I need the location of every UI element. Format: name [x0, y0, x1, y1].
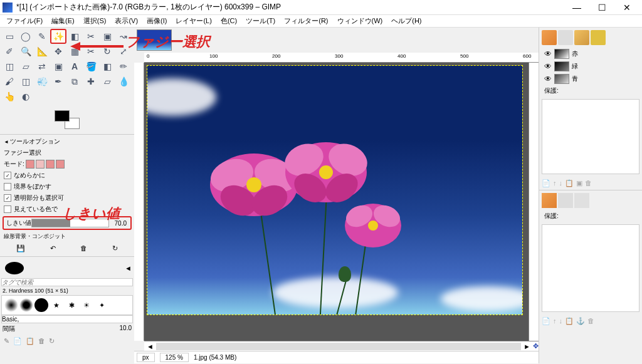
duplicate-channel-icon[interactable]: 📋 — [565, 179, 574, 187]
menu-windows[interactable]: ウィンドウ(W) — [334, 15, 387, 27]
restore-options-icon[interactable]: ↶ — [50, 244, 56, 252]
reset-options-icon[interactable]: ↻ — [112, 244, 118, 252]
blend-tool[interactable]: ◧ — [99, 59, 115, 74]
menu-color[interactable]: 色(C) — [217, 15, 241, 27]
lower-item-icon[interactable]: ↓ — [559, 317, 563, 325]
sample-merged-checkbox[interactable] — [4, 205, 11, 213]
brush-preview[interactable] — [5, 262, 24, 274]
color-picker-tool[interactable]: ✐ — [1, 44, 18, 59]
color-selector[interactable] — [0, 105, 134, 134]
menu-image[interactable]: 画像(I) — [143, 15, 171, 27]
clone-tool[interactable]: ⧉ — [66, 74, 83, 89]
delete-channel-icon[interactable]: 🗑 — [585, 179, 592, 187]
dodge-tool[interactable]: ◐ — [18, 89, 34, 104]
measure-tool[interactable]: 📐 — [34, 44, 50, 59]
zoom-level[interactable]: 125 % — [160, 353, 189, 362]
transparent-checkbox[interactable]: ✓ — [4, 194, 11, 202]
layers-tab[interactable] — [542, 30, 557, 45]
delete-options-icon[interactable]: 🗑 — [80, 244, 87, 252]
duplicate-item-icon[interactable]: 📋 — [565, 317, 574, 325]
tag-search-input[interactable] — [1, 278, 133, 286]
mode-add[interactable] — [36, 160, 45, 169]
menu-filters[interactable]: フィルター(R) — [280, 15, 332, 27]
threshold-slider[interactable] — [31, 219, 109, 227]
mode-intersect[interactable] — [56, 160, 65, 169]
channel-blue[interactable]: 👁 青 — [539, 73, 642, 85]
flip-tool[interactable]: ⇄ — [34, 59, 50, 74]
raise-item-icon[interactable]: ↑ — [553, 317, 557, 325]
smudge-tool[interactable]: 👆 — [1, 89, 18, 104]
channel-green[interactable]: 👁 緑 — [539, 60, 642, 73]
airbrush-tool[interactable]: 💨 — [34, 74, 50, 89]
mode-subtract[interactable] — [46, 160, 55, 169]
threshold-value[interactable]: 70.0 — [109, 220, 128, 227]
fuzzy-select-tool[interactable]: ✨ — [50, 29, 66, 44]
minimize-button[interactable]: — — [564, 1, 589, 14]
move-tool[interactable]: ✥ — [50, 44, 66, 59]
new-item-icon[interactable]: 📄 — [542, 317, 550, 325]
delete-item-icon[interactable]: 🗑 — [587, 317, 594, 325]
pencil-tool[interactable]: ✏ — [115, 59, 132, 74]
anchor-icon[interactable]: ⚓ — [576, 317, 585, 325]
zoom-tool[interactable]: 🔍 — [18, 44, 34, 59]
cage-tool[interactable]: ▣ — [50, 59, 66, 74]
blur-tool[interactable]: 💧 — [115, 74, 132, 89]
free-select-tool[interactable]: ✎ — [34, 29, 50, 44]
transparent-label: 透明部分も選択可 — [14, 194, 64, 202]
image-tab[interactable] — [137, 29, 172, 51]
gradients-tab[interactable] — [574, 193, 589, 208]
menu-edit[interactable]: 編集(E) — [48, 15, 78, 27]
brush-basic-input[interactable] — [1, 315, 133, 323]
text-tool[interactable]: A — [66, 59, 83, 74]
spacing-label: 間隔 — [3, 325, 120, 333]
menu-layer[interactable]: レイヤー(L) — [172, 15, 215, 27]
close-button[interactable]: ✕ — [614, 1, 639, 14]
brushes-tab[interactable] — [542, 193, 557, 208]
spacing-value[interactable]: 10.0 — [120, 325, 132, 333]
menu-help[interactable]: ヘルプ(H) — [387, 15, 425, 27]
ink-tool[interactable]: ✒ — [50, 74, 66, 89]
scrollbar-vertical[interactable] — [529, 63, 539, 341]
new-channel-icon[interactable]: 📄 — [542, 179, 550, 187]
antialiasing-checkbox[interactable]: ✓ — [4, 172, 11, 179]
eye-icon[interactable]: 👁 — [544, 75, 552, 83]
eraser-tool[interactable]: ◫ — [18, 74, 34, 89]
scrollbar-horizontal[interactable]: ◄ ► ✥ — [144, 341, 539, 351]
duplicate-brush-icon[interactable]: 📋 — [26, 337, 34, 345]
eye-icon[interactable]: 👁 — [544, 49, 552, 58]
ellipse-select-tool[interactable]: ◯ — [18, 29, 34, 44]
menu-view[interactable]: 表示(V) — [111, 15, 142, 27]
lower-channel-icon[interactable]: ↓ — [559, 179, 563, 187]
delete-brush-icon[interactable]: 🗑 — [38, 337, 45, 345]
paths-tab[interactable] — [574, 30, 589, 45]
brush-selector[interactable]: ★ ✱ ☀ ✦ — [1, 295, 133, 315]
eye-icon[interactable]: 👁 — [544, 62, 552, 71]
heal-tool[interactable]: ✚ — [83, 74, 99, 89]
feather-checkbox[interactable] — [4, 183, 11, 190]
menu-select[interactable]: 選択(S) — [80, 15, 110, 27]
perspective-tool[interactable]: ▱ — [18, 59, 34, 74]
rect-select-tool[interactable]: ▭ — [1, 29, 18, 44]
refresh-brush-icon[interactable]: ↻ — [49, 337, 55, 345]
menu-tools[interactable]: ツール(T) — [242, 15, 279, 27]
raise-channel-icon[interactable]: ↑ — [553, 179, 557, 187]
canvas[interactable] — [144, 63, 529, 341]
unit-select[interactable]: px — [137, 353, 155, 362]
perspective-clone-tool[interactable]: ▱ — [99, 74, 115, 89]
maximize-button[interactable]: ☐ — [589, 1, 614, 14]
bucket-tool[interactable]: 🪣 — [83, 59, 99, 74]
paintbrush-tool[interactable]: 🖌 — [1, 74, 18, 89]
channel-red[interactable]: 👁 赤 — [539, 48, 642, 60]
patterns-tab[interactable] — [558, 193, 573, 208]
shear-tool[interactable]: ◫ — [1, 59, 18, 74]
mode-replace[interactable] — [26, 160, 34, 169]
fg-color-swatch[interactable] — [55, 110, 70, 122]
channels-tab[interactable] — [558, 30, 573, 45]
save-options-icon[interactable]: 💾 — [16, 244, 25, 252]
to-selection-icon[interactable]: ▣ — [576, 179, 582, 187]
collapse-icon[interactable]: ◄ — [125, 264, 132, 272]
menu-file[interactable]: ファイル(F) — [3, 15, 46, 27]
new-brush-icon[interactable]: 📄 — [13, 337, 22, 345]
undo-tab[interactable] — [591, 30, 606, 45]
edit-brush-icon[interactable]: ✎ — [4, 337, 9, 345]
